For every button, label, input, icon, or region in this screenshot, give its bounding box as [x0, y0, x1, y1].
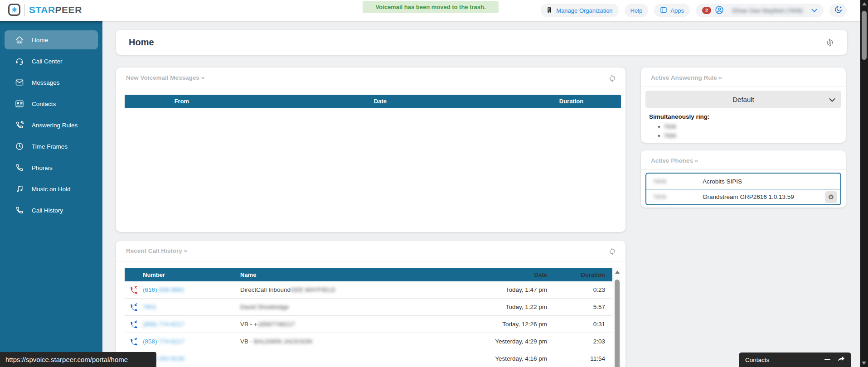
phone-icon	[15, 163, 24, 172]
divider	[641, 87, 846, 87]
scrollbar-thumb[interactable]	[615, 280, 620, 367]
call-number-link[interactable]: (616) 838-9881	[143, 286, 240, 293]
window-scrollbar[interactable]	[860, 0, 868, 367]
missed-call-icon	[125, 285, 143, 294]
phone-device: Acrobits SIPIS	[703, 178, 742, 185]
sidebar-nav: HomeCall CenterMessagesContactsAnswering…	[0, 21, 102, 367]
call-date: Today, 1:47 pm	[454, 286, 558, 293]
scrollbar-thumb[interactable]	[862, 11, 867, 60]
page-header-card: Home	[116, 30, 847, 55]
ring-extension: 7606	[658, 122, 846, 131]
call-name: DirectCall InboundGEE MAYFIELD	[240, 286, 454, 293]
ring-extension: 7656	[658, 131, 846, 140]
sidebar-item-time-frames[interactable]: Time Frames	[5, 137, 98, 156]
starpeer-logo-icon: ✳	[8, 4, 20, 16]
sidebar-item-call-center[interactable]: Call Center	[5, 52, 98, 71]
popout-arrow-icon[interactable]	[838, 356, 845, 364]
call-history-row: (619) 262-9130Yesterday, 4:16 pm11:54	[125, 350, 612, 367]
simultaneously-ring-label: Simultaneously ring:	[649, 113, 846, 120]
brand-text: STARPEER	[29, 5, 82, 15]
minimize-icon[interactable]	[824, 359, 830, 360]
voicemail-refresh-icon[interactable]	[608, 74, 616, 82]
gear-icon[interactable]: ⚙	[825, 191, 837, 203]
headset-icon	[15, 57, 24, 66]
scroll-up-arrow[interactable]	[615, 270, 620, 274]
bullet	[658, 126, 660, 128]
dark-mode-toggle[interactable]	[829, 4, 847, 17]
sidebar-item-label: Messages	[32, 79, 60, 86]
phone-device: Grandstream GRP2616 1.0.13.59	[703, 193, 794, 200]
notification-badge: 2	[702, 7, 711, 14]
logo-divider	[24, 4, 25, 16]
sidebar-item-music-on-hold[interactable]: Music on Hold	[5, 179, 98, 198]
moon-icon	[834, 5, 843, 15]
call-number-link[interactable]: (858) 774-6217	[143, 321, 240, 328]
topbar-actions: Manage Organization Help Apps 2 Ethan Ge…	[541, 4, 847, 17]
refresh-settings-icon[interactable]	[825, 38, 834, 47]
voicemail-panel: New Voicemail Messages » FromDateDuratio…	[116, 68, 626, 232]
manage-organization-button[interactable]: Manage Organization	[541, 4, 618, 17]
phone-extension: 7606	[653, 178, 703, 185]
sidebar-item-label: Call History	[32, 207, 63, 214]
sidebar-item-messages[interactable]: Messages	[5, 73, 98, 92]
scroll-up-arrow[interactable]	[862, 2, 867, 5]
inbound-call-icon	[125, 320, 143, 328]
help-label: Help	[630, 7, 643, 14]
user-menu[interactable]: 2 Ethan Gee Mayfield (7606)	[696, 4, 824, 17]
call-date: Yesterday, 4:16 pm	[454, 355, 558, 362]
inbound-call-icon	[125, 337, 143, 346]
call-history-column-header: Date	[454, 271, 558, 278]
sidebar-item-call-history[interactable]: Call History	[5, 201, 98, 220]
table-scrollbar[interactable]	[613, 268, 621, 367]
call-history-icon	[15, 206, 24, 215]
voicemail-column-header: Date	[239, 98, 522, 105]
building-icon	[547, 7, 553, 14]
call-number-link[interactable]: 7601	[143, 304, 240, 310]
music-note-icon	[15, 184, 24, 193]
call-date: Yesterday, 4:29 pm	[454, 338, 558, 345]
answering-rule-panel-title[interactable]: Active Answering Rule »	[651, 74, 722, 81]
apps-label: Apps	[670, 7, 684, 14]
call-history-row: (616) 838-9881DirectCall InboundGEE MAYF…	[125, 281, 612, 299]
scroll-down-arrow[interactable]	[862, 362, 866, 365]
sidebar-item-label: Phones	[32, 164, 53, 171]
call-history-refresh-icon[interactable]	[608, 247, 616, 256]
sidebar-item-phones[interactable]: Phones	[5, 158, 98, 177]
browser-status-bar: https://spvoice.starpeer.com/portal/home	[0, 352, 156, 367]
manage-organization-label: Manage Organization	[556, 7, 612, 14]
clock-icon	[15, 142, 24, 151]
contacts-dock-title: Contacts	[745, 357, 769, 363]
sidebar-item-label: Answering Rules	[32, 122, 78, 129]
active-phones-panel: Active Phones » 7606Acrobits SIPIS7606Gr…	[641, 150, 846, 208]
call-history-panel-title[interactable]: Recent Call History »	[126, 247, 187, 254]
sidebar-item-contacts[interactable]: Contacts	[5, 94, 98, 113]
contacts-dock[interactable]: Contacts	[739, 353, 851, 367]
call-name: David Shoebridge	[240, 304, 454, 310]
apps-button[interactable]: Apps	[654, 4, 690, 17]
call-history-row: 7601David ShoebridgeToday, 1:22 pm5:57	[125, 299, 612, 316]
top-bar: ✳ STARPEER Voicemail has been moved to t…	[0, 0, 860, 21]
call-duration: 11:54	[558, 355, 612, 362]
sidebar-item-home[interactable]: Home	[5, 30, 98, 49]
chevron-down-icon	[811, 7, 817, 14]
help-button[interactable]: Help	[625, 4, 649, 17]
call-history-table-body: (616) 838-9881DirectCall InboundGEE MAYF…	[125, 281, 621, 367]
answering-rule-select[interactable]: Default	[645, 91, 841, 108]
page-title: Home	[129, 37, 154, 48]
voicemail-table-header: FromDateDuration	[125, 95, 621, 108]
sidebar-item-label: Music on Hold	[32, 186, 71, 193]
home-icon	[15, 35, 24, 44]
divider	[116, 88, 626, 88]
call-history-column-header: Duration	[558, 271, 612, 278]
call-number-link[interactable]: (858) 774-6217	[143, 338, 240, 345]
call-duration: 5:57	[558, 304, 612, 310]
call-date: Today, 1:22 pm	[454, 304, 558, 310]
sidebar-item-answering-rules[interactable]: Answering Rules	[5, 116, 98, 135]
active-phones-panel-title[interactable]: Active Phones »	[651, 157, 698, 164]
ring-extension-list: 76067656	[658, 122, 846, 140]
call-number-link[interactable]: (619) 262-9130	[143, 355, 240, 362]
sidebar-item-label: Time Frames	[32, 143, 68, 150]
apps-icon	[660, 6, 667, 15]
starpeer-logo[interactable]: ✳ STARPEER	[8, 4, 82, 16]
voicemail-panel-title[interactable]: New Voicemail Messages »	[126, 74, 204, 81]
